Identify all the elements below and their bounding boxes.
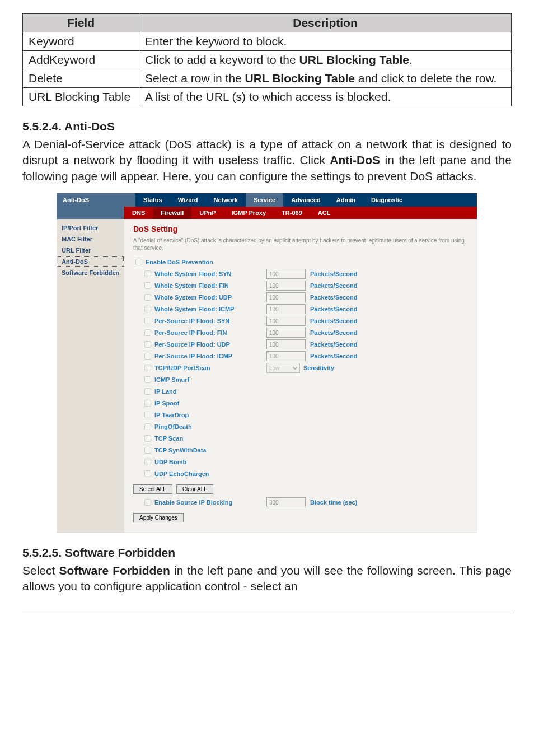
flood-checkbox[interactable] xyxy=(144,318,151,324)
portscan-unit: Sensitivity xyxy=(303,365,334,371)
flood-value-input[interactable] xyxy=(266,328,306,338)
heading-software-forbidden: 5.5.2.5. Software Forbidden xyxy=(22,546,512,559)
cell-desc: Select a row in the URL Blocking Table a… xyxy=(139,69,512,88)
plain-label: PingOfDeath xyxy=(154,423,266,430)
plain-label: UDP Bomb xyxy=(154,459,266,465)
apply-button[interactable]: Apply Changes xyxy=(133,513,184,522)
plain-checkbox[interactable] xyxy=(144,376,151,383)
flood-option-row: Per-Source IP Flood: FINPackets/Second xyxy=(142,328,468,338)
enable-blocking-label: Enable Source IP Blocking xyxy=(154,499,266,506)
flood-label: Per-Source IP Flood: FIN xyxy=(154,329,266,336)
portscan-label: TCP/UDP PortScan xyxy=(154,365,266,371)
tab-service[interactable]: Service xyxy=(246,193,283,207)
plain-checkbox[interactable] xyxy=(144,412,151,418)
flood-unit: Packets/Second xyxy=(310,341,357,348)
flood-checkbox[interactable] xyxy=(144,270,151,277)
subtab-igmp[interactable]: IGMP Proxy xyxy=(224,207,274,219)
tab-network[interactable]: Network xyxy=(206,193,246,207)
apply-row: Apply Changes xyxy=(133,513,468,522)
clear-all-button[interactable]: Clear ALL xyxy=(176,484,213,494)
subtab-tr069[interactable]: TR-069 xyxy=(274,207,310,219)
plain-checkbox[interactable] xyxy=(144,400,151,407)
flood-unit: Packets/Second xyxy=(310,329,357,336)
cell-desc: A list of the URL (s) to which access is… xyxy=(139,88,512,106)
flood-unit: Packets/Second xyxy=(310,306,357,312)
select-all-button[interactable]: Select ALL xyxy=(133,484,172,494)
plain-checkbox[interactable] xyxy=(144,447,151,454)
portscan-select[interactable]: Low xyxy=(266,363,300,373)
plain-checkbox[interactable] xyxy=(144,435,151,442)
tab-diagnostic[interactable]: Diagnostic xyxy=(363,193,410,207)
sidebar-item-antidos[interactable]: Anti-DoS xyxy=(57,256,124,267)
flood-checkbox[interactable] xyxy=(144,294,151,301)
enable-blocking-checkbox[interactable] xyxy=(144,499,151,506)
sidebar-item-url[interactable]: URL Filter xyxy=(57,245,124,256)
select-clear-row: Select ALL Clear ALL xyxy=(133,484,468,494)
flood-value-input[interactable] xyxy=(266,292,306,302)
para-anti-dos: A Denial-of-Service attack (DoS attack) … xyxy=(22,137,512,184)
enable-blocking-row: Enable Source IP Blocking Block time (se… xyxy=(142,497,468,507)
tab-admin[interactable]: Admin xyxy=(329,193,363,207)
flood-option-row: Whole System Flood: ICMPPackets/Second xyxy=(142,304,468,314)
sub-tabs: DNS Firewall UPnP IGMP Proxy TR-069 ACL xyxy=(57,207,477,219)
flood-checkbox[interactable] xyxy=(144,329,151,336)
flood-value-input[interactable] xyxy=(266,351,306,361)
flood-value-input[interactable] xyxy=(266,316,306,326)
flood-value-input[interactable] xyxy=(266,281,306,291)
portscan-checkbox[interactable] xyxy=(144,365,151,371)
flood-option-row: Whole System Flood: SYNPackets/Second xyxy=(142,269,468,279)
blocking-time-input[interactable] xyxy=(266,497,306,507)
plain-checkbox[interactable] xyxy=(144,470,151,477)
plain-option-row: UDP EchoChargen xyxy=(142,469,468,479)
table-row: AddKeyword Click to add a keyword to the… xyxy=(23,51,512,69)
flood-unit: Packets/Second xyxy=(310,318,357,324)
flood-option-row: Per-Source IP Flood: ICMPPackets/Second xyxy=(142,351,468,361)
sidebar-item-mac[interactable]: MAC Filter xyxy=(57,234,124,245)
dos-settings-screenshot: Anti-DoS Status Wizard Network Service A… xyxy=(57,193,477,533)
field-description-table: Field Description Keyword Enter the keyw… xyxy=(22,13,512,106)
plain-label: IP TearDrop xyxy=(154,412,266,418)
plain-checkbox[interactable] xyxy=(144,459,151,465)
flood-unit: Packets/Second xyxy=(310,270,357,277)
subtab-upnp[interactable]: UPnP xyxy=(191,207,223,219)
table-row: Keyword Enter the keyword to block. xyxy=(23,32,512,51)
subtab-acl[interactable]: ACL xyxy=(310,207,339,219)
cell-field: Delete xyxy=(23,69,139,88)
subtab-firewall[interactable]: Firewall xyxy=(153,207,191,219)
flood-checkbox[interactable] xyxy=(144,282,151,289)
flood-checkbox[interactable] xyxy=(144,341,151,348)
plain-option-row: IP TearDrop xyxy=(142,410,468,420)
tab-wizard[interactable]: Wizard xyxy=(170,193,206,207)
flood-value-input[interactable] xyxy=(266,339,306,349)
flood-value-input[interactable] xyxy=(266,269,306,279)
plain-checkbox[interactable] xyxy=(144,423,151,430)
portscan-row: TCP/UDP PortScan Low Sensitivity xyxy=(142,363,468,373)
flood-value-input[interactable] xyxy=(266,304,306,314)
tab-advanced[interactable]: Advanced xyxy=(283,193,329,207)
blocking-time-unit: Block time (sec) xyxy=(310,499,357,506)
plain-option-row: TCP SynWithData xyxy=(142,445,468,455)
plain-option-row: UDP Bomb xyxy=(142,457,468,467)
para-software-forbidden: Select Software Forbidden in the left pa… xyxy=(22,563,512,595)
plain-checkbox[interactable] xyxy=(144,388,151,395)
tab-status[interactable]: Status xyxy=(135,193,170,207)
flood-checkbox[interactable] xyxy=(144,353,151,360)
cell-desc: Click to add a keyword to the URL Blocki… xyxy=(139,51,512,69)
enable-dos-checkbox[interactable] xyxy=(135,259,142,265)
cell-field: URL Blocking Table xyxy=(23,88,139,106)
sidebar-item-software[interactable]: Software Forbidden xyxy=(57,267,124,278)
top-tabs: Anti-DoS Status Wizard Network Service A… xyxy=(57,193,477,207)
plain-label: UDP EchoChargen xyxy=(154,470,266,477)
plain-option-row: TCP Scan xyxy=(142,433,468,444)
subtab-dns[interactable]: DNS xyxy=(124,207,153,219)
footer-rule xyxy=(22,612,512,612)
cell-desc: Enter the keyword to block. xyxy=(139,32,512,51)
flood-unit: Packets/Second xyxy=(310,294,357,301)
panel-desc: A "denial-of-service" (DoS) attack is ch… xyxy=(133,237,468,251)
sidebar: IP/Port Filter MAC Filter URL Filter Ant… xyxy=(57,219,124,533)
sidebar-item-ipport[interactable]: IP/Port Filter xyxy=(57,222,124,234)
flood-label: Per-Source IP Flood: ICMP xyxy=(154,353,266,360)
flood-option-row: Whole System Flood: UDPPackets/Second xyxy=(142,292,468,302)
panel-title: DoS Setting xyxy=(133,225,468,234)
flood-checkbox[interactable] xyxy=(144,306,151,312)
